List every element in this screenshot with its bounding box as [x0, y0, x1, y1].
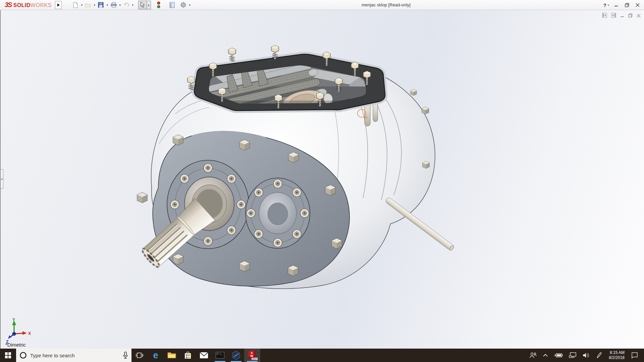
windows-logo-icon: [5, 352, 11, 358]
ethernet-network-icon: [569, 352, 576, 358]
pane-right-icon: [611, 13, 616, 18]
doc-close-icon: [637, 14, 641, 18]
undo-icon: [123, 2, 129, 7]
panel-splitter-tab[interactable]: [1, 169, 3, 189]
people-button[interactable]: [526, 349, 540, 362]
new-document-caret[interactable]: ▾: [80, 3, 84, 7]
close-button[interactable]: [634, 1, 641, 9]
windows-taskbar: e C:\_ S W: [0, 349, 644, 362]
flyout-arrow-icon: [57, 3, 60, 7]
brand-solid: SOLID: [13, 2, 30, 8]
triad-x-label: X: [28, 331, 31, 336]
sw-icon-year: 2017: [252, 358, 258, 360]
safety-lights-button[interactable]: [154, 1, 163, 9]
pane-left-icon: [602, 13, 607, 18]
solidworks-2017-icon: S W 2017: [248, 351, 257, 360]
gearbox-3d-model[interactable]: [1, 0, 644, 362]
file-explorer-icon: [167, 352, 176, 359]
restore-icon: [625, 3, 629, 7]
clock-date: 8/2/2018: [609, 355, 625, 360]
housing-nut-icon: [411, 89, 417, 96]
undo-button[interactable]: [122, 1, 131, 9]
new-document-button[interactable]: [71, 1, 80, 9]
options-caret[interactable]: ▾: [188, 3, 192, 7]
search-input[interactable]: [30, 353, 119, 358]
battery-button[interactable]: [551, 349, 566, 362]
document-window-controls: [602, 13, 641, 19]
menu-flyout-button[interactable]: [55, 1, 62, 9]
close-icon: [636, 3, 640, 7]
taskbar-app-edge[interactable]: e: [148, 349, 164, 362]
collapse-left-pane-button[interactable]: [602, 13, 607, 19]
doc-minimize-button[interactable]: [620, 13, 624, 19]
windows-ink-button[interactable]: [593, 349, 605, 362]
hidden-icons-button[interactable]: [540, 349, 551, 362]
help-button[interactable]: ?: [603, 2, 606, 8]
housing-nut-icon: [422, 107, 429, 114]
print-icon: [111, 2, 117, 8]
taskbar-app-solidworks[interactable]: S W 2017: [244, 349, 260, 362]
taskbar-search[interactable]: [16, 349, 131, 362]
traffic-light-icon: [157, 1, 161, 9]
save-button[interactable]: [97, 1, 105, 9]
edge-icon: e: [153, 351, 158, 360]
taskbar-app-edrawings[interactable]: [228, 349, 244, 362]
save-floppy-icon: [98, 2, 104, 8]
doc-restore-icon: [628, 13, 633, 18]
network-button[interactable]: [566, 349, 579, 362]
volume-button[interactable]: [579, 349, 593, 362]
options-button[interactable]: [179, 1, 188, 9]
speaker-icon: [582, 352, 590, 358]
graphics-viewport[interactable]: Y X Z *Dimetric: [0, 10, 644, 349]
gear-icon: [180, 2, 186, 8]
taskbar-app-file-explorer[interactable]: [164, 349, 180, 362]
minimize-icon: [614, 3, 618, 7]
task-view-button[interactable]: [131, 349, 148, 362]
system-tray: 8:15 AM 8/2/2018: [526, 349, 644, 362]
doc-close-button[interactable]: [637, 13, 641, 19]
people-icon: [529, 352, 537, 359]
chevron-up-icon: [543, 354, 548, 357]
select-tool-button[interactable]: [138, 1, 147, 9]
brand-works: WORKS: [31, 2, 52, 8]
help-caret[interactable]: ▾: [608, 4, 609, 7]
app-toolbar: 3S SOLID WORKS ▾ ▾ ▾: [0, 0, 644, 10]
toolbar-group-file: ▾ ▾ ▾ ▾ ▾: [71, 1, 135, 9]
output-shaft: [385, 197, 455, 251]
start-button[interactable]: [0, 349, 16, 362]
edrawings-hexagon-icon: [232, 351, 240, 360]
command-prompt-icon: C:\_: [216, 352, 224, 359]
sw-icon-letter-w: W: [250, 355, 253, 358]
print-button[interactable]: [109, 1, 118, 9]
taskbar-clock[interactable]: 8:15 AM 8/2/2018: [605, 350, 628, 360]
undo-caret[interactable]: ▾: [131, 3, 135, 7]
taskbar-app-mail[interactable]: [196, 349, 212, 362]
doc-minimize-icon: [620, 14, 624, 18]
doc-restore-button[interactable]: [628, 13, 633, 19]
cortana-icon: [19, 352, 27, 359]
design-report-button[interactable]: [168, 1, 176, 9]
window-controls: ? ▾: [603, 0, 641, 10]
new-document-icon: [72, 2, 78, 8]
taskbar-app-store[interactable]: [180, 349, 196, 362]
expand-right-pane-button[interactable]: [611, 13, 616, 19]
battery-icon: [554, 353, 563, 358]
microphone-icon[interactable]: [123, 352, 128, 359]
triad-y-label: Y: [12, 318, 15, 322]
splitter-dot: [1, 178, 3, 180]
pen-icon: [596, 352, 602, 359]
report-list-icon: [169, 2, 175, 8]
save-caret[interactable]: ▾: [105, 3, 109, 7]
taskbar-app-command-prompt[interactable]: C:\_: [212, 349, 228, 362]
select-tool-caret[interactable]: ▾: [147, 1, 151, 9]
ds-logo-mark: 3S: [5, 1, 11, 9]
view-orientation-label: *Dimetric: [5, 342, 26, 348]
print-caret[interactable]: ▾: [118, 3, 122, 7]
open-document-button[interactable]: [84, 1, 93, 9]
minimize-button[interactable]: [612, 1, 620, 9]
open-document-caret[interactable]: ▾: [93, 3, 97, 7]
open-folder-icon: [85, 2, 91, 8]
restore-button[interactable]: [623, 1, 631, 9]
action-center-button[interactable]: [628, 349, 641, 362]
select-cursor-icon: [140, 2, 145, 8]
